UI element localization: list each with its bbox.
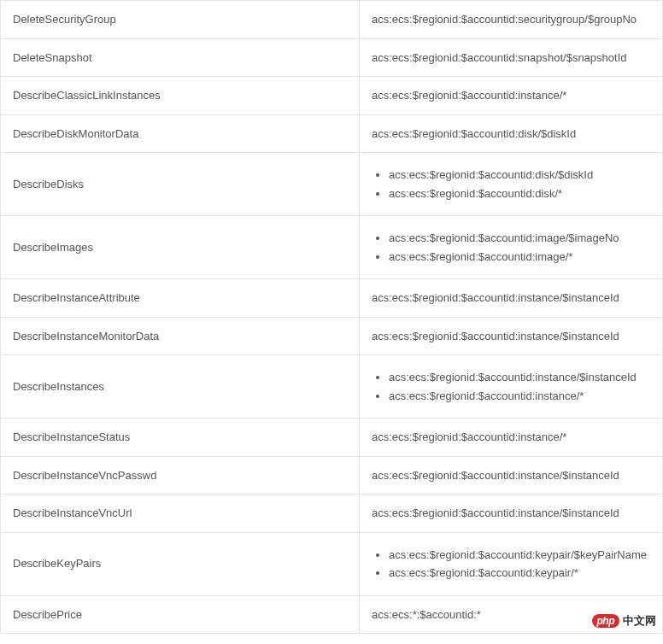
table-row: DescribePriceacs:ecs:*:$accountid:*: [1, 595, 663, 634]
action-cell: DescribeInstanceVncUrl: [1, 495, 360, 533]
resource-cell: acs:ecs:$regionid:$accountid:disk/$diskI…: [360, 114, 663, 153]
watermark-text: 中文网: [623, 613, 656, 629]
action-cell: DescribeKeyPairs: [1, 532, 360, 595]
resource-item: acs:ecs:$regionid:$accountid:image/$imag…: [389, 230, 650, 247]
resource-cell: acs:ecs:$regionid:$accountid:instance/$i…: [360, 355, 663, 419]
action-cell: DescribeClassicLinkInstances: [1, 77, 360, 115]
action-cell: DescribeInstances: [1, 355, 360, 419]
action-cell: DescribeDisks: [1, 153, 360, 216]
resource-list: acs:ecs:$regionid:$accountid:image/$imag…: [372, 230, 650, 265]
table-row: DescribeDiskMonitorDataacs:ecs:$regionid…: [1, 114, 663, 153]
action-cell: DeleteSecurityGroup: [1, 1, 360, 39]
action-cell: DeleteSnapshot: [1, 38, 360, 77]
resource-cell: acs:ecs:$regionid:$accountid:instance/$i…: [360, 456, 663, 495]
table-row: DescribeDisksacs:ecs:$regionid:$accounti…: [1, 153, 663, 216]
resource-cell: acs:ecs:$regionid:$accountid:instance/$i…: [360, 495, 663, 533]
watermark: php 中文网: [592, 613, 657, 629]
table-row: DescribeInstanceMonitorDataacs:ecs:$regi…: [1, 317, 663, 355]
resource-cell: acs:ecs:$regionid:$accountid:snapshot/$s…: [360, 38, 663, 77]
table-row: DescribeInstanceVncUrlacs:ecs:$regionid:…: [1, 495, 663, 533]
resource-cell: acs:ecs:$regionid:$accountid:instance/*: [360, 419, 663, 457]
action-cell: DescribeDiskMonitorData: [1, 114, 360, 153]
table-row: DeleteSnapshotacs:ecs:$regionid:$account…: [1, 38, 663, 77]
resource-cell: acs:ecs:$regionid:$accountid:instance/*: [360, 77, 663, 115]
resource-item: acs:ecs:$regionid:$accountid:keypair/$ke…: [389, 547, 650, 564]
action-cell: DescribeInstanceMonitorData: [1, 317, 360, 355]
table-row: DescribeInstanceStatusacs:ecs:$regionid:…: [1, 419, 663, 457]
table-row: DescribeInstanceVncPasswdacs:ecs:$region…: [1, 456, 663, 495]
action-cell: DescribeImages: [1, 216, 360, 279]
resource-list: acs:ecs:$regionid:$accountid:keypair/$ke…: [372, 547, 650, 582]
resource-cell: acs:ecs:$regionid:$accountid:image/$imag…: [360, 216, 663, 279]
action-cell: DescribeInstanceStatus: [1, 419, 360, 457]
action-cell: DescribeInstanceVncPasswd: [1, 456, 360, 495]
table-row: DescribeKeyPairsacs:ecs:$regionid:$accou…: [1, 532, 663, 595]
watermark-logo: php: [592, 614, 620, 628]
resource-cell: acs:ecs:$regionid:$accountid:disk/$diskI…: [360, 153, 663, 216]
table-row: DescribeImagesacs:ecs:$regionid:$account…: [1, 216, 663, 279]
resource-list: acs:ecs:$regionid:$accountid:instance/$i…: [372, 369, 650, 404]
resource-item: acs:ecs:$regionid:$accountid:image/*: [389, 249, 650, 266]
resource-item: acs:ecs:$regionid:$accountid:disk/$diskI…: [389, 167, 650, 184]
resource-cell: acs:ecs:$regionid:$accountid:instance/$i…: [360, 317, 663, 355]
action-cell: DescribeInstanceAttribute: [1, 279, 360, 318]
resource-item: acs:ecs:$regionid:$accountid:disk/*: [389, 185, 650, 202]
resource-cell: acs:ecs:$regionid:$accountid:keypair/$ke…: [360, 532, 663, 595]
resource-list: acs:ecs:$regionid:$accountid:disk/$diskI…: [372, 167, 650, 202]
table-row: DescribeInstanceAttributeacs:ecs:$region…: [1, 279, 663, 318]
resource-cell: acs:ecs:$regionid:$accountid:securitygro…: [360, 1, 663, 39]
actions-table: DeleteSecurityGroupacs:ecs:$regionid:$ac…: [0, 0, 663, 634]
table-row: DescribeInstancesacs:ecs:$regionid:$acco…: [1, 355, 663, 419]
table-row: DeleteSecurityGroupacs:ecs:$regionid:$ac…: [1, 1, 663, 39]
resource-item: acs:ecs:$regionid:$accountid:keypair/*: [389, 565, 650, 582]
resource-item: acs:ecs:$regionid:$accountid:instance/*: [389, 388, 650, 405]
resource-item: acs:ecs:$regionid:$accountid:instance/$i…: [389, 369, 650, 386]
table-row: DescribeClassicLinkInstancesacs:ecs:$reg…: [1, 77, 663, 115]
action-cell: DescribePrice: [1, 595, 360, 634]
resource-cell: acs:ecs:$regionid:$accountid:instance/$i…: [360, 279, 663, 318]
